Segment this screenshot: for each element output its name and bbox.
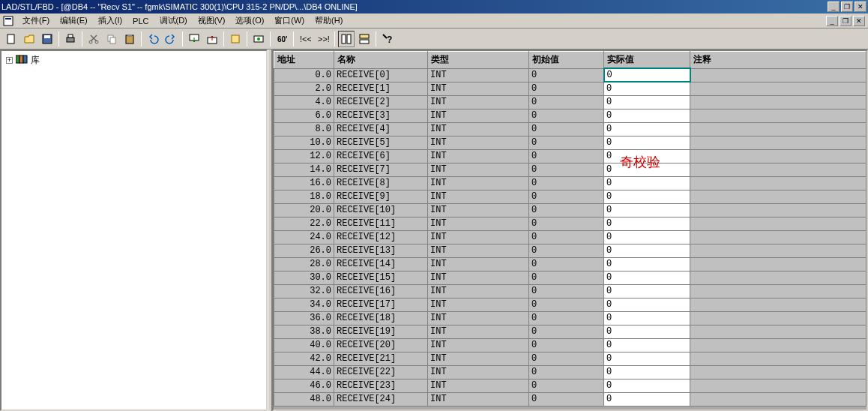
cell-comment[interactable] [690,298,867,311]
cell-init[interactable]: 0 [529,298,604,311]
cell-init[interactable]: 0 [529,257,604,271]
cell-actual[interactable]: 0 [604,230,690,244]
cell-addr[interactable]: 46.0 [274,379,334,392]
cell-addr[interactable]: 48.0 [274,392,334,406]
table-row[interactable]: 36.0RECEIVE[18]INT00 [274,311,867,325]
cell-addr[interactable]: 26.0 [274,244,334,257]
cell-comment[interactable] [690,149,867,163]
cell-type[interactable]: INT [428,352,529,365]
cell-actual[interactable]: 0 [604,176,690,190]
cell-name[interactable]: RECEIVE[12] [334,230,428,244]
cell-name[interactable]: RECEIVE[13] [334,244,428,257]
view-toggle-icon[interactable] [338,31,355,47]
cell-addr[interactable]: 16.0 [274,176,334,190]
cell-comment[interactable] [690,244,867,257]
cell-addr[interactable]: 22.0 [274,217,334,230]
cell-type[interactable]: INT [428,203,529,217]
detail-toggle-icon[interactable] [356,31,373,47]
cell-comment[interactable] [690,82,867,95]
cell-init[interactable]: 0 [529,244,604,257]
menu-plc[interactable]: PLC [128,15,153,27]
cell-name[interactable]: RECEIVE[0] [334,68,428,82]
cell-init[interactable]: 0 [529,136,604,149]
cell-name[interactable]: RECEIVE[4] [334,122,428,136]
cell-init[interactable]: 0 [529,284,604,298]
cell-name[interactable]: RECEIVE[21] [334,352,428,365]
save-icon[interactable] [39,31,55,47]
cell-init[interactable]: 0 [529,217,604,230]
cell-name[interactable]: RECEIVE[22] [334,365,428,379]
cell-comment[interactable] [690,95,867,109]
cell-actual[interactable]: 0 [604,271,690,284]
block-icon[interactable] [227,31,244,47]
cell-addr[interactable]: 6.0 [274,109,334,122]
child-close-button[interactable]: ✕ [853,16,865,26]
cell-init[interactable]: 0 [529,392,604,406]
table-row[interactable]: 34.0RECEIVE[17]INT00 [274,298,867,311]
maximize-button[interactable]: ❐ [841,2,853,12]
menu-insert[interactable]: 插入(I) [94,14,127,28]
cell-addr[interactable]: 28.0 [274,257,334,271]
child-restore-button[interactable]: ❐ [840,16,852,26]
cell-actual[interactable]: 0 [604,82,690,95]
table-row[interactable]: 26.0RECEIVE[13]INT00 [274,244,867,257]
cell-init[interactable]: 0 [529,149,604,163]
open-icon[interactable] [21,31,37,47]
cell-comment[interactable] [690,257,867,271]
cell-comment[interactable] [690,379,867,392]
cell-actual[interactable]: 0 [604,122,690,136]
goto-end-icon[interactable]: >>! [315,31,331,47]
col-name[interactable]: 名称 [334,52,428,69]
cell-addr[interactable]: 32.0 [274,284,334,298]
cell-name[interactable]: RECEIVE[5] [334,136,428,149]
cell-name[interactable]: RECEIVE[19] [334,325,428,338]
table-row[interactable]: 32.0RECEIVE[16]INT00 [274,284,867,298]
cell-init[interactable]: 0 [529,122,604,136]
cell-actual[interactable]: 0 [604,338,690,352]
cell-type[interactable]: INT [428,298,529,311]
cell-comment[interactable] [690,163,867,176]
cell-init[interactable]: 0 [529,271,604,284]
tree-pane[interactable]: + 库 [0,50,268,411]
cell-actual[interactable]: 0 [604,244,690,257]
cell-addr[interactable]: 30.0 [274,271,334,284]
cell-addr[interactable]: 8.0 [274,122,334,136]
cell-addr[interactable]: 10.0 [274,136,334,149]
cell-type[interactable]: INT [428,271,529,284]
menu-help[interactable]: 帮助(H) [310,14,347,28]
cell-init[interactable]: 0 [529,82,604,95]
cell-addr[interactable]: 34.0 [274,298,334,311]
table-row[interactable]: 16.0RECEIVE[8]INT00 [274,176,867,190]
cell-init[interactable]: 0 [529,109,604,122]
cell-actual[interactable]: 0 [604,95,690,109]
cell-name[interactable]: RECEIVE[16] [334,284,428,298]
cell-name[interactable]: RECEIVE[18] [334,311,428,325]
cell-type[interactable]: INT [428,190,529,203]
cell-type[interactable]: INT [428,392,529,406]
cell-type[interactable]: INT [428,217,529,230]
cell-actual[interactable]: 0 [604,379,690,392]
cell-actual[interactable]: 0 [604,392,690,406]
cell-name[interactable]: RECEIVE[2] [334,95,428,109]
tree-root-item[interactable]: + 库 [1,51,266,70]
copy-icon[interactable] [103,31,120,47]
cell-init[interactable]: 0 [529,352,604,365]
cell-actual[interactable]: 0 [604,257,690,271]
cell-actual[interactable]: 0 [604,325,690,338]
cell-comment[interactable] [690,271,867,284]
cell-actual[interactable]: 0 [604,68,690,82]
cell-comment[interactable] [690,365,867,379]
cell-name[interactable]: RECEIVE[1] [334,82,428,95]
cell-comment[interactable] [690,203,867,217]
goto-start-icon[interactable]: !<< [297,31,313,47]
online-icon[interactable] [250,31,267,47]
col-init[interactable]: 初始值 [529,52,604,69]
cell-comment[interactable] [690,68,867,82]
cell-name[interactable]: RECEIVE[24] [334,392,428,406]
col-actual[interactable]: 实际值 [604,52,690,69]
table-row[interactable]: 14.0RECEIVE[7]INT00 [274,163,867,176]
paste-icon[interactable] [121,31,138,47]
cell-type[interactable]: INT [428,311,529,325]
table-row[interactable]: 18.0RECEIVE[9]INT00 [274,190,867,203]
cell-type[interactable]: INT [428,149,529,163]
